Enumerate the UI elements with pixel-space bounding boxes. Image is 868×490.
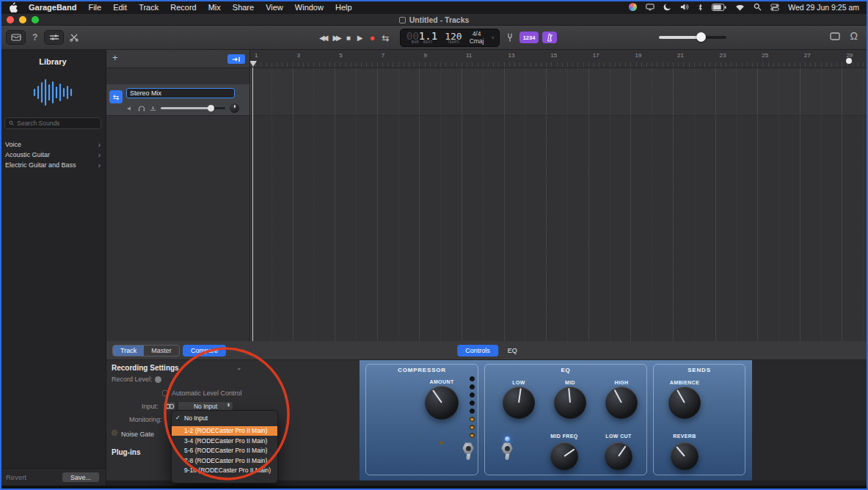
- compare-button[interactable]: Compare: [183, 345, 226, 356]
- input-menu-item[interactable]: 1-2 (RODECaster Pro II Main): [172, 426, 277, 436]
- play-button[interactable]: ▶: [357, 34, 363, 42]
- reverb-knob[interactable]: [671, 442, 699, 470]
- chevron-right-icon: ›: [98, 151, 101, 159]
- search-input[interactable]: [17, 120, 97, 127]
- input-menu-item[interactable]: 5-6 (RODECaster Pro II Main): [172, 446, 277, 456]
- menu-help[interactable]: Help: [335, 3, 352, 12]
- compressor-switch[interactable]: [462, 442, 475, 463]
- record-button[interactable]: ●: [370, 32, 376, 43]
- add-track-button[interactable]: +: [112, 52, 118, 63]
- search-icon[interactable]: [754, 3, 762, 11]
- display-mirror-icon[interactable]: [646, 3, 654, 11]
- stop-button[interactable]: ■: [346, 34, 351, 42]
- rewind-button[interactable]: ◀◀: [319, 34, 326, 42]
- display-mode-button[interactable]: [44, 30, 64, 45]
- tab-controls[interactable]: Controls: [457, 345, 498, 356]
- library-item[interactable]: Voice›: [0, 139, 106, 150]
- input-menu-item[interactable]: 3-4 (RODECaster Pro II Main): [172, 436, 277, 446]
- menu-clock[interactable]: Wed 29 Jun 9:25 am: [788, 3, 859, 12]
- master-volume-slider[interactable]: [659, 36, 726, 39]
- count-in-button[interactable]: 1234: [519, 32, 539, 43]
- track-master-segment: Track Master: [112, 345, 180, 356]
- control-center-icon[interactable]: [770, 4, 779, 11]
- menu-mix[interactable]: Mix: [208, 3, 221, 12]
- menu-bar: GarageBand FileEditTrackRecordMixShareVi…: [0, 0, 868, 14]
- bar-ruler[interactable]: 1357911131517192123252729: [250, 50, 868, 68]
- track-volume-handle[interactable]: [208, 105, 214, 111]
- plugins-header[interactable]: Plug-ins: [112, 448, 140, 456]
- menu-edit[interactable]: Edit: [113, 3, 127, 12]
- low-cut-knob[interactable]: [605, 442, 632, 470]
- menu-window[interactable]: Window: [295, 3, 324, 12]
- track-name-input[interactable]: [126, 88, 235, 98]
- checkmark-icon: ✓: [175, 414, 180, 421]
- solo-headphones-icon[interactable]: [138, 106, 145, 111]
- save-button[interactable]: Save...: [62, 472, 100, 483]
- catch-playhead-button[interactable]: [227, 54, 245, 64]
- library-toggle-button[interactable]: [6, 30, 26, 45]
- window-title: Untitled - Tracks: [0, 15, 868, 24]
- menu-app-name[interactable]: GarageBand: [29, 3, 76, 12]
- tab-track[interactable]: Track: [113, 345, 144, 356]
- lcd-key: Cmaj: [470, 38, 484, 45]
- ruler-number: 19: [635, 52, 641, 59]
- noise-gate-checkbox[interactable]: [112, 430, 117, 436]
- volume-icon[interactable]: [680, 3, 689, 11]
- tuner-button[interactable]: [506, 32, 514, 43]
- bluetooth-icon[interactable]: [698, 3, 703, 12]
- menu-file[interactable]: File: [88, 3, 101, 12]
- high-knob[interactable]: [605, 387, 638, 419]
- amount-knob[interactable]: [425, 386, 459, 420]
- low-knob[interactable]: [503, 387, 535, 419]
- noise-gate-label: Noise Gate: [121, 431, 154, 438]
- ambience-knob[interactable]: [668, 387, 701, 419]
- zoom-slider-handle[interactable]: [846, 58, 852, 64]
- battery-icon[interactable]: [712, 4, 726, 11]
- ruler-number: 5: [339, 52, 342, 59]
- media-browser-icon[interactable]: [830, 32, 840, 40]
- collapse-chevron-icon[interactable]: ⌄: [236, 364, 242, 371]
- mid-freq-knob[interactable]: [550, 442, 578, 470]
- volume-slider-handle[interactable]: [696, 32, 706, 42]
- timeline-area[interactable]: 1357911131517192123252729: [250, 50, 868, 341]
- eq-section: EQ LOW MID HIGH MID FREQ LOW CUT: [484, 364, 647, 475]
- input-menu-item[interactable]: 9-10 (RODECaster Pro II Main): [172, 466, 277, 476]
- screen-record-icon[interactable]: [629, 3, 637, 11]
- menu-track[interactable]: Track: [139, 3, 158, 12]
- apple-menu[interactable]: [9, 2, 18, 12]
- menu-scroll-arrow[interactable]: ⌄: [172, 475, 277, 482]
- wifi-icon[interactable]: [735, 4, 745, 11]
- loop-browser-icon[interactable]: Ω: [850, 31, 858, 41]
- input-menu-item[interactable]: ✓No Input: [172, 413, 277, 423]
- sound-search-field[interactable]: [4, 117, 101, 129]
- tab-eq[interactable]: EQ: [508, 347, 517, 354]
- library-item[interactable]: Acoustic Guitar›: [0, 150, 106, 160]
- track-pan-knob[interactable]: [230, 103, 239, 113]
- moon-icon[interactable]: [663, 3, 671, 11]
- revert-button[interactable]: Revert: [6, 473, 26, 481]
- cycle-button[interactable]: ⇆: [382, 33, 389, 43]
- menu-share[interactable]: Share: [233, 3, 254, 12]
- track-volume-slider[interactable]: [161, 107, 225, 109]
- lcd-display[interactable]: 00 1.1 BAR BEAT 120 TEMPO 4/4 Cmaj ˅: [400, 29, 500, 47]
- fast-forward-button[interactable]: ▶▶: [332, 34, 339, 42]
- auto-level-checkbox[interactable]: [162, 390, 168, 396]
- track-icon[interactable]: ⇆: [109, 90, 123, 103]
- track-row[interactable]: ⇆: [106, 84, 249, 116]
- mute-icon[interactable]: [127, 106, 134, 111]
- playhead-handle[interactable]: [249, 61, 257, 67]
- input-monitoring-icon[interactable]: [150, 106, 156, 111]
- tab-master[interactable]: Master: [144, 345, 179, 356]
- mid-knob[interactable]: [554, 387, 586, 419]
- menu-view[interactable]: View: [266, 3, 283, 12]
- eq-switch[interactable]: [500, 442, 514, 463]
- recording-settings-header[interactable]: Recording Settings: [112, 364, 179, 372]
- quick-help-button[interactable]: ?: [32, 32, 37, 43]
- record-level-knob[interactable]: [155, 376, 161, 383]
- editors-button[interactable]: [70, 33, 79, 42]
- menu-record[interactable]: Record: [170, 3, 196, 12]
- input-menu-item[interactable]: 7-8 (RODECaster Pro II Main): [172, 456, 277, 466]
- track-lane[interactable]: [250, 68, 868, 116]
- library-item[interactable]: Electric Guitar and Bass›: [0, 160, 106, 170]
- metronome-button[interactable]: [542, 32, 557, 43]
